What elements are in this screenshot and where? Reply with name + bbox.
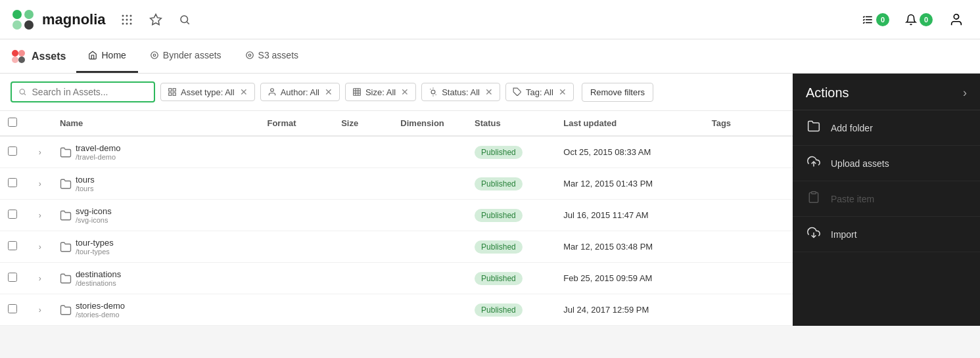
svg-point-28 [20, 89, 24, 94]
row-dimension-cell [392, 231, 467, 263]
action-icon-add-folder [806, 120, 822, 136]
svg-point-10 [122, 22, 124, 24]
tab-home[interactable]: Home [76, 39, 137, 73]
row-format-cell [259, 136, 333, 168]
actions-expand-button[interactable]: › [963, 86, 967, 100]
filter-chip-status[interactable]: Status: All ✕ [421, 83, 500, 101]
size-icon [352, 87, 362, 97]
row-checkbox-3[interactable] [8, 241, 17, 250]
asset-type-chip-close[interactable]: ✕ [240, 87, 248, 97]
row-tags-cell [704, 231, 793, 263]
tabs-container: Home Bynder assets S3 assets [76, 39, 310, 73]
svg-point-23 [18, 56, 25, 63]
action-item-add-folder[interactable]: Add folder [793, 110, 980, 146]
action-item-upload-assets[interactable]: Upload assets [793, 146, 980, 181]
row-checkbox-1[interactable] [8, 178, 17, 187]
status-chip-close[interactable]: ✕ [485, 87, 493, 97]
action-label-import: Import [831, 229, 857, 240]
svg-point-7 [122, 18, 124, 20]
filter-chip-tag[interactable]: Tag: All ✕ [505, 83, 574, 101]
row-checkbox-2[interactable] [8, 210, 17, 219]
row-expand-button-0[interactable]: › [37, 146, 43, 158]
status-badge: Published [475, 177, 523, 190]
row-expand-button-5[interactable]: › [37, 304, 43, 316]
status-chip-label: Status: All [442, 87, 480, 97]
row-name-cell: destinations /destinations [52, 263, 260, 294]
th-format: Format [259, 111, 333, 136]
row-name: tour-types [76, 238, 114, 248]
search-box [11, 81, 155, 102]
svg-point-5 [126, 14, 128, 16]
row-size-cell [333, 231, 392, 263]
tasks-button[interactable]: 0 [856, 9, 895, 30]
row-size-cell [333, 263, 392, 294]
author-icon [268, 87, 277, 97]
svg-point-34 [270, 89, 273, 92]
row-checkbox-4[interactable] [8, 273, 17, 282]
svg-rect-32 [169, 93, 172, 95]
row-expand-button-4[interactable]: › [37, 273, 43, 284]
author-chip-label: Author: All [281, 87, 319, 97]
row-last-updated-cell: Mar 12, 2015 01:43 PM [555, 168, 703, 200]
tag-icon [513, 87, 522, 97]
tag-chip-label: Tag: All [526, 87, 553, 97]
action-item-import[interactable]: Import [793, 217, 980, 252]
row-size-cell [333, 168, 392, 200]
filter-chip-author[interactable]: Author: All ✕ [260, 83, 340, 101]
table-header-row: Name Format Size Dimension Status [0, 111, 793, 136]
remove-filters-button[interactable]: Remove filters [582, 83, 653, 102]
row-checkbox-5[interactable] [8, 304, 17, 313]
row-name-cell: travel-demo /travel-demo [52, 136, 260, 168]
select-all-checkbox[interactable] [8, 118, 17, 127]
tab-bynder[interactable]: Bynder assets [138, 39, 233, 73]
author-chip-close[interactable]: ✕ [325, 87, 333, 97]
paste-item-icon [807, 190, 820, 204]
row-name-cell: stories-demo /stories-demo [52, 294, 260, 326]
asset-type-chip-label: Asset type: All [181, 87, 235, 97]
favorites-button[interactable] [143, 7, 169, 33]
row-status-cell: Published [467, 200, 555, 231]
row-expand-button-2[interactable]: › [37, 210, 43, 221]
notifications-button[interactable]: 0 [900, 9, 938, 30]
svg-rect-30 [169, 89, 172, 91]
actions-panel: Actions › Add folder Upload assets Paste… [793, 74, 980, 326]
filter-chip-asset-type[interactable]: Asset type: All ✕ [160, 83, 255, 101]
row-expand-cell: › [28, 294, 52, 326]
action-icon-upload-assets [806, 155, 822, 171]
folder-icon [60, 241, 72, 253]
search-button[interactable] [172, 7, 198, 33]
th-last-updated: Last updated [555, 111, 703, 136]
filter-chip-size[interactable]: Size: All ✕ [345, 83, 416, 101]
row-format-cell [259, 294, 333, 326]
row-expand-button-1[interactable]: › [37, 178, 43, 190]
user-button[interactable] [943, 7, 969, 33]
tab-s3[interactable]: S3 assets [233, 39, 310, 73]
row-status-cell: Published [467, 136, 555, 168]
row-tags-cell [704, 168, 793, 200]
action-label-paste-item: Paste item [831, 194, 874, 204]
svg-point-2 [12, 20, 22, 30]
row-path: /destinations [76, 279, 121, 287]
size-chip-close[interactable]: ✕ [401, 87, 409, 97]
svg-line-43 [431, 89, 431, 89]
row-checkbox-cell [0, 231, 28, 263]
search-input[interactable] [32, 87, 147, 97]
row-dimension-cell [392, 263, 467, 294]
grid-menu-button[interactable] [114, 7, 140, 33]
row-expand-button-3[interactable]: › [37, 241, 43, 253]
tag-chip-close[interactable]: ✕ [559, 87, 567, 97]
top-right-actions: 0 0 [856, 7, 969, 33]
assets-table-container: Name Format Size Dimension Status [0, 111, 793, 326]
svg-point-26 [248, 54, 251, 56]
status-icon [429, 87, 438, 97]
action-label-add-folder: Add folder [831, 123, 873, 133]
row-expand-cell: › [28, 168, 52, 200]
svg-point-20 [12, 50, 18, 56]
row-last-updated-cell: Jul 24, 2017 12:59 PM [555, 294, 703, 326]
folder-icon [60, 210, 72, 221]
row-checkbox-0[interactable] [8, 146, 17, 156]
svg-point-40 [431, 90, 435, 94]
svg-point-12 [129, 22, 131, 24]
row-path: /svg-icons [76, 216, 112, 224]
tab-s3-label: S3 assets [258, 50, 298, 60]
